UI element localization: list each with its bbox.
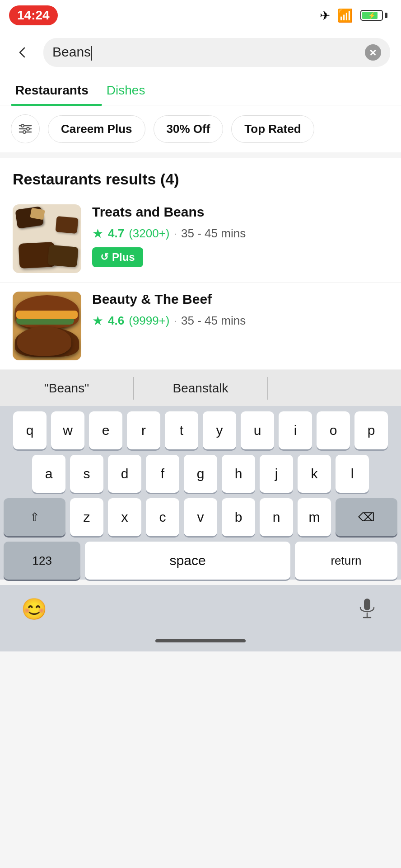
filter-icon-button[interactable]	[11, 114, 40, 143]
restaurant-image-treats	[13, 204, 81, 273]
tab-dishes[interactable]: Dishes	[102, 74, 159, 105]
restaurant-card-treats[interactable]: Treats and Beans ★ 4.7 (3200+) · 35 - 45…	[0, 195, 401, 283]
key-h[interactable]: h	[222, 455, 255, 493]
keyboard-row-2: a s d f g h j k l	[4, 455, 397, 493]
return-key[interactable]: return	[295, 542, 397, 580]
restaurant-image-beef	[13, 292, 81, 360]
results-section: Restaurants results (4) Treats and Beans…	[0, 158, 401, 370]
key-j[interactable]: j	[260, 455, 293, 493]
key-m[interactable]: m	[298, 498, 331, 536]
plus-icon: ↺	[100, 251, 108, 263]
restaurant-card-beef[interactable]: Beauty & The Beef ★ 4.6 (9999+) · 35 - 4…	[0, 283, 401, 370]
rating-value-beef: 4.6	[108, 314, 124, 328]
search-input[interactable]: Beans	[52, 44, 359, 60]
filter-30-off[interactable]: 30% Off	[154, 115, 224, 143]
key-i[interactable]: i	[279, 411, 312, 449]
emoji-button[interactable]: 😊	[18, 593, 50, 625]
space-key[interactable]: space	[85, 542, 290, 580]
key-n[interactable]: n	[260, 498, 293, 536]
filter-row: Careem Plus 30% Off Top Rated	[0, 105, 401, 152]
key-z[interactable]: z	[70, 498, 103, 536]
results-header: Restaurants results (4)	[0, 158, 401, 195]
back-button[interactable]	[11, 41, 34, 64]
filter-top-rated[interactable]: Top Rated	[231, 115, 314, 143]
search-area: Beans	[0, 31, 401, 74]
key-f[interactable]: f	[146, 455, 179, 493]
key-d[interactable]: d	[108, 455, 141, 493]
bottom-bar: 😊	[0, 585, 401, 635]
key-t[interactable]: t	[165, 411, 198, 449]
key-q[interactable]: q	[13, 411, 47, 449]
star-icon-beef: ★	[92, 313, 103, 328]
keyboard: q w e r t y u i o p a s d f g h j k l ⇧ …	[0, 406, 401, 580]
key-l[interactable]: l	[336, 455, 369, 493]
rating-row-beef: ★ 4.6 (9999+) · 35 - 45 mins	[92, 313, 388, 328]
key-w[interactable]: w	[51, 411, 84, 449]
wifi-icon: 📶	[337, 8, 353, 23]
svg-rect-6	[364, 599, 370, 610]
key-k[interactable]: k	[298, 455, 331, 493]
rating-row-treats: ★ 4.7 (3200+) · 35 - 45 mins	[92, 226, 388, 241]
key-o[interactable]: o	[317, 411, 350, 449]
delivery-time-beef: 35 - 45 mins	[181, 314, 246, 328]
autocomplete-item-0[interactable]: "Beans"	[0, 370, 133, 406]
key-g[interactable]: g	[184, 455, 217, 493]
home-indicator	[0, 635, 401, 651]
battery-bolt-icon: ⚡	[368, 12, 376, 19]
tab-restaurants[interactable]: Restaurants	[11, 74, 102, 105]
key-b[interactable]: b	[222, 498, 255, 536]
autocomplete-item-2	[268, 370, 401, 406]
autocomplete-item-1[interactable]: Beanstalk	[134, 370, 267, 406]
filter-careem-plus[interactable]: Careem Plus	[48, 115, 145, 143]
search-input-wrapper[interactable]: Beans	[43, 38, 390, 67]
key-r[interactable]: r	[127, 411, 160, 449]
key-a[interactable]: a	[32, 455, 65, 493]
battery-indicator: ⚡	[360, 10, 387, 21]
microphone-button[interactable]	[351, 593, 383, 625]
delivery-time-treats: 35 - 45 mins	[181, 226, 246, 241]
svg-point-4	[27, 127, 29, 130]
airplane-icon: ✈	[320, 8, 330, 23]
backspace-key[interactable]: ⌫	[336, 498, 397, 536]
tabs-container: Restaurants Dishes	[0, 74, 401, 105]
key-y[interactable]: y	[203, 411, 236, 449]
key-p[interactable]: p	[354, 411, 388, 449]
key-e[interactable]: e	[89, 411, 122, 449]
restaurant-name-beef: Beauty & The Beef	[92, 292, 388, 307]
keyboard-row-3: ⇧ z x c v b n m ⌫	[4, 498, 397, 536]
status-icons: ✈ 📶 ⚡	[320, 8, 387, 23]
keyboard-row-bottom: 123 space return	[4, 542, 397, 580]
plus-badge-treats: ↺ Plus	[92, 247, 143, 267]
status-bar: 14:24 ✈ 📶 ⚡	[0, 0, 401, 31]
home-bar	[155, 639, 246, 642]
restaurant-name-treats: Treats and Beans	[92, 204, 388, 220]
restaurant-info-beef: Beauty & The Beef ★ 4.6 (9999+) · 35 - 4…	[92, 292, 388, 335]
svg-point-3	[21, 124, 24, 127]
numbers-key[interactable]: 123	[4, 542, 80, 580]
key-x[interactable]: x	[108, 498, 141, 536]
key-v[interactable]: v	[184, 498, 217, 536]
reviews-beef: (9999+)	[129, 314, 169, 328]
restaurant-info-treats: Treats and Beans ★ 4.7 (3200+) · 35 - 45…	[92, 204, 388, 267]
shift-key[interactable]: ⇧	[4, 498, 65, 536]
key-s[interactable]: s	[70, 455, 103, 493]
svg-point-5	[23, 131, 26, 133]
key-c[interactable]: c	[146, 498, 179, 536]
star-icon-treats: ★	[92, 226, 103, 241]
key-u[interactable]: u	[241, 411, 274, 449]
autocomplete-bar: "Beans" Beanstalk	[0, 370, 401, 406]
status-time: 14:24	[9, 5, 58, 25]
rating-value-treats: 4.7	[108, 226, 124, 241]
reviews-treats: (3200+)	[129, 226, 169, 241]
keyboard-row-1: q w e r t y u i o p	[4, 411, 397, 449]
clear-search-button[interactable]	[365, 44, 381, 61]
